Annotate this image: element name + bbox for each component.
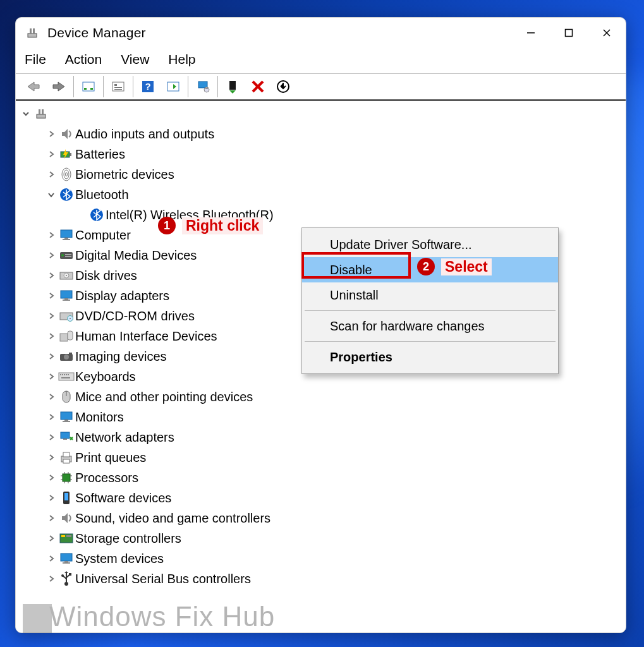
annotation-step-2: 2 Select — [417, 258, 492, 275]
menu-view[interactable]: View — [121, 52, 149, 67]
tree-device[interactable]: Intel(R) Wireless Bluetooth(R) — [16, 205, 626, 225]
category-icon — [58, 229, 75, 241]
category-icon — [58, 533, 75, 544]
category-icon — [58, 310, 75, 322]
tree-category[interactable]: Software devices — [16, 488, 626, 508]
enable-device-button[interactable] — [220, 76, 245, 97]
chevron-right-icon[interactable] — [45, 231, 58, 239]
category-icon — [58, 431, 75, 444]
category-label: Imaging devices — [75, 349, 167, 364]
disable-device-button[interactable] — [270, 76, 296, 97]
tree-category[interactable]: Universal Serial Bus controllers — [16, 569, 626, 589]
svg-rect-61 — [69, 353, 72, 354]
menu-action[interactable]: Action — [65, 52, 102, 67]
category-icon — [58, 188, 75, 202]
annotation-badge-2: 2 — [417, 258, 435, 275]
svg-rect-30 — [37, 114, 46, 118]
svg-rect-74 — [61, 432, 70, 438]
category-icon — [58, 167, 75, 181]
category-label: Biometric devices — [75, 167, 174, 182]
annotation-text-1: Right click — [182, 217, 263, 234]
svg-rect-75 — [63, 438, 67, 440]
tree-category[interactable]: Biometric devices — [16, 164, 626, 184]
category-icon — [58, 552, 75, 565]
chevron-down-icon[interactable] — [20, 110, 32, 118]
chevron-right-icon[interactable] — [45, 535, 58, 542]
chevron-right-icon[interactable] — [45, 272, 58, 279]
chevron-right-icon[interactable] — [45, 171, 58, 178]
chevron-right-icon[interactable] — [45, 393, 58, 401]
uninstall-button[interactable] — [245, 76, 270, 97]
category-icon — [58, 270, 75, 281]
tree-category[interactable]: Sound, video and game controllers — [16, 508, 626, 528]
context-menu-item[interactable]: Uninstall — [302, 282, 558, 308]
chevron-right-icon[interactable] — [45, 353, 58, 360]
chevron-right-icon[interactable] — [45, 555, 58, 562]
help-button[interactable]: ? — [135, 76, 161, 97]
tree-category[interactable]: Network adapters — [16, 427, 626, 447]
show-hide-console-tree-button[interactable] — [76, 76, 101, 97]
tree-root[interactable] — [16, 104, 626, 124]
tree-category[interactable]: Bluetooth — [16, 184, 626, 205]
svg-rect-92 — [66, 535, 71, 537]
chevron-right-icon[interactable] — [45, 312, 58, 320]
tree-category[interactable]: Monitors — [16, 407, 626, 427]
svg-rect-47 — [65, 256, 71, 257]
menu-file[interactable]: File — [25, 52, 46, 67]
tree-category[interactable]: System devices — [16, 548, 626, 569]
chevron-right-icon[interactable] — [45, 454, 58, 461]
tree-category[interactable]: Processors — [16, 468, 626, 488]
category-label: Monitors — [75, 410, 124, 425]
category-label: Keyboards — [75, 370, 136, 384]
tree-category[interactable]: Mice and other pointing devices — [16, 387, 626, 407]
chevron-right-icon[interactable] — [45, 130, 58, 138]
svg-rect-4 — [566, 30, 573, 37]
chevron-right-icon[interactable] — [45, 494, 58, 502]
chevron-right-icon[interactable] — [45, 251, 58, 259]
tree-category[interactable]: Print queues — [16, 447, 626, 468]
forward-button[interactable] — [46, 76, 71, 97]
svg-rect-57 — [60, 334, 68, 341]
maximize-button[interactable] — [550, 18, 588, 48]
category-icon — [58, 451, 75, 464]
svg-rect-10 — [84, 88, 87, 90]
minimize-button[interactable] — [512, 18, 550, 48]
chevron-right-icon[interactable] — [45, 373, 58, 380]
chevron-right-icon[interactable] — [45, 150, 58, 158]
svg-rect-78 — [63, 459, 70, 463]
svg-text:?: ? — [145, 81, 150, 92]
chevron-right-icon[interactable] — [45, 332, 58, 340]
chevron-right-icon[interactable] — [45, 433, 58, 441]
chevron-right-icon[interactable] — [45, 575, 58, 583]
svg-marker-102 — [64, 571, 68, 573]
chevron-right-icon[interactable] — [45, 514, 58, 522]
context-menu-item[interactable]: Properties — [302, 344, 558, 370]
update-driver-button[interactable] — [190, 76, 216, 97]
chevron-right-icon[interactable] — [45, 292, 58, 299]
menu-help[interactable]: Help — [168, 52, 195, 67]
svg-point-56 — [70, 318, 71, 319]
context-menu-item[interactable]: Scan for hardware changes — [302, 313, 558, 339]
tree-category[interactable]: Storage controllers — [16, 528, 626, 548]
back-button[interactable] — [21, 76, 46, 97]
category-label: Batteries — [75, 147, 125, 162]
svg-marker-24 — [229, 90, 236, 94]
svg-point-37 — [64, 170, 69, 179]
svg-rect-1 — [30, 28, 32, 33]
category-icon — [58, 127, 75, 141]
category-icon — [58, 148, 75, 160]
svg-rect-0 — [28, 33, 37, 37]
tree-category[interactable]: Batteries — [16, 144, 626, 164]
properties-button[interactable] — [106, 76, 131, 97]
scan-hardware-button[interactable] — [161, 76, 186, 97]
tree-category[interactable]: Audio inputs and outputs — [16, 124, 626, 144]
svg-rect-93 — [61, 553, 72, 561]
svg-point-60 — [64, 354, 69, 360]
chevron-right-icon[interactable] — [45, 413, 58, 421]
chevron-down-icon[interactable] — [45, 191, 58, 198]
svg-point-21 — [204, 87, 209, 92]
svg-rect-58 — [68, 331, 73, 340]
chevron-right-icon[interactable] — [45, 474, 58, 481]
close-button[interactable] — [588, 18, 626, 48]
category-label: System devices — [75, 552, 164, 566]
